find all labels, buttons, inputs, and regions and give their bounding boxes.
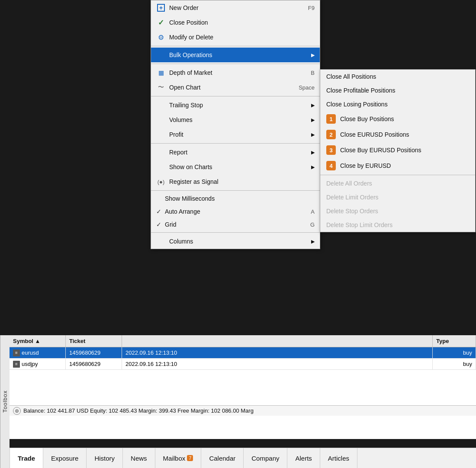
gear-icon: ⚙ [156, 32, 166, 42]
separator-1 [151, 46, 320, 46]
separator-6 [151, 232, 320, 233]
table-row[interactable]: ≡ usdjpy 1459680629 2022.09.16 12:13:10 … [10, 359, 476, 370]
columns-arrow: ▶ [311, 239, 315, 244]
menu-item-profit[interactable]: Profit ▶ [151, 127, 320, 142]
show-on-charts-arrow: ▶ [311, 164, 315, 170]
submenu-close-eurusd-label: Close EURUSD Positions [340, 131, 409, 138]
row-icon-2: ≡ [13, 361, 20, 368]
signal-icon: (●) [156, 177, 166, 186]
submenu-delete-all-orders: Delete All Orders [320, 176, 475, 190]
submenu-delete-stop-limit: Delete Stop Limit Orders [320, 218, 475, 232]
cell-datetime-2: 2022.09.16 12:13:10 [122, 359, 433, 369]
volumes-arrow: ▶ [311, 117, 315, 123]
cell-ticket-1: 1459680629 [66, 347, 122, 358]
menu-show-on-charts-label: Show on Charts [169, 163, 308, 170]
menu-open-chart-label: Open Chart [169, 84, 290, 91]
menu-item-modify-delete[interactable]: ⚙ Modify or Delete [151, 30, 320, 45]
cell-symbol-1: ≡ eurusd [10, 347, 66, 358]
status-bar: ⊕ Balance: 102 441.87 USD Equity: 102 48… [10, 405, 476, 416]
show-on-charts-icon [156, 162, 166, 172]
menu-profit-label: Profit [169, 131, 308, 138]
trailing-stop-icon [156, 100, 166, 110]
menu-item-open-chart[interactable]: 〜 Open Chart Space [151, 80, 320, 95]
header-ticket[interactable]: Ticket [66, 335, 122, 347]
report-icon [156, 147, 166, 157]
menu-item-report[interactable]: Report ▶ [151, 145, 320, 160]
menu-register-signal-label: Register as Signal [169, 178, 315, 185]
tab-mailbox[interactable]: Mailbox 7 [155, 448, 202, 468]
check-auto-arrange: ✓ [156, 208, 165, 215]
tab-news[interactable]: News [123, 448, 155, 468]
check-grid: ✓ [156, 221, 165, 228]
menu-item-columns[interactable]: Columns ▶ [151, 234, 320, 249]
header-symbol[interactable]: Symbol ▲ [10, 335, 66, 347]
submenu-delete-all-label: Delete All Orders [326, 180, 372, 187]
row-icon-1: ≡ [13, 349, 20, 356]
submenu-delete-limit: Delete Limit Orders [320, 190, 475, 204]
tab-company[interactable]: Company [244, 448, 287, 468]
status-text: Balance: 102 441.87 USD Equity: 102 485.… [23, 407, 254, 414]
trailing-stop-arrow: ▶ [311, 103, 315, 108]
menu-item-show-milliseconds[interactable]: Show Milliseconds [151, 192, 320, 205]
header-datetime[interactable] [122, 335, 433, 347]
submenu-bulk-operations: Close All Positions Close Profitable Pos… [320, 69, 476, 232]
menu-item-depth-of-market[interactable]: ▦ Depth of Market B [151, 65, 320, 80]
toolbox-label: Toolbox [0, 335, 10, 468]
submenu-separator-1 [320, 175, 475, 175]
submenu-close-all[interactable]: Close All Positions [320, 70, 475, 83]
menu-modify-delete-label: Modify or Delete [169, 34, 315, 41]
menu-auto-arrange-shortcut: A [311, 208, 315, 215]
mailbox-badge: 7 [187, 455, 193, 461]
tab-alerts[interactable]: Alerts [287, 448, 320, 468]
menu-item-show-on-charts[interactable]: Show on Charts ▶ [151, 160, 320, 174]
tab-exposure[interactable]: Exposure [43, 448, 87, 468]
badge-2: 2 [326, 130, 336, 139]
new-order-icon: + [156, 3, 166, 13]
tab-articles[interactable]: Articles [320, 448, 357, 468]
menu-item-grid[interactable]: ✓ Grid G [151, 218, 320, 231]
menu-new-order-label: New Order [169, 4, 299, 11]
table-row[interactable]: ≡ eurusd 1459680629 2022.09.16 12:13:10 … [10, 347, 476, 359]
cell-type-1: buy [433, 347, 476, 358]
submenu-delete-stop-limit-label: Delete Stop Limit Orders [326, 221, 392, 228]
badge-1: 1 [326, 114, 336, 124]
dom-icon: ▦ [156, 68, 166, 77]
menu-item-register-signal[interactable]: (●) Register as Signal [151, 174, 320, 189]
bulk-operations-arrow: ▶ [311, 52, 315, 58]
menu-item-auto-arrange[interactable]: ✓ Auto Arrange A [151, 205, 320, 218]
menu-item-close-position[interactable]: ✓ Close Position [151, 15, 320, 30]
expand-icon[interactable]: ⊕ [13, 407, 21, 415]
submenu-close-buy-eurusd[interactable]: 3 Close Buy EURUSD Positions [320, 142, 475, 158]
separator-4 [151, 143, 320, 144]
menu-item-trailing-stop[interactable]: Trailing Stop ▶ [151, 98, 320, 112]
volumes-icon [156, 115, 166, 125]
menu-item-new-order[interactable]: + New Order F9 [151, 0, 320, 15]
tab-trade[interactable]: Trade [10, 448, 43, 468]
close-position-icon: ✓ [156, 18, 166, 27]
tab-calendar[interactable]: Calendar [201, 448, 244, 468]
separator-2 [151, 64, 320, 64]
submenu-close-all-label: Close All Positions [326, 73, 376, 80]
submenu-close-buy[interactable]: 1 Close Buy Positions [320, 111, 475, 127]
submenu-close-eurusd[interactable]: 2 Close EURUSD Positions [320, 127, 475, 142]
menu-chart-shortcut: Space [299, 84, 315, 91]
menu-report-label: Report [169, 149, 308, 156]
submenu-delete-limit-label: Delete Limit Orders [326, 194, 379, 201]
bulk-operations-icon [156, 50, 166, 60]
submenu-close-by-eurusd[interactable]: 4 Close by EURUSD [320, 158, 475, 173]
submenu-delete-stop: Delete Stop Orders [320, 204, 475, 218]
submenu-close-profitable[interactable]: Close Profitable Positions [320, 83, 475, 97]
header-type[interactable]: Type [433, 335, 476, 347]
menu-item-volumes[interactable]: Volumes ▶ [151, 112, 320, 127]
menu-volumes-label: Volumes [169, 116, 308, 123]
menu-item-bulk-operations[interactable]: Bulk Operations ▶ [151, 48, 320, 62]
cell-type-2: buy [433, 359, 476, 369]
submenu-close-losing[interactable]: Close Losing Positions [320, 97, 475, 111]
badge-4: 4 [326, 161, 336, 170]
cell-symbol-2: ≡ usdjpy [10, 359, 66, 369]
submenu-delete-stop-label: Delete Stop Orders [326, 208, 378, 215]
chart-icon: 〜 [156, 83, 166, 92]
tab-history[interactable]: History [87, 448, 123, 468]
menu-columns-label: Columns [169, 238, 308, 245]
menu-grid-shortcut: G [310, 221, 315, 228]
